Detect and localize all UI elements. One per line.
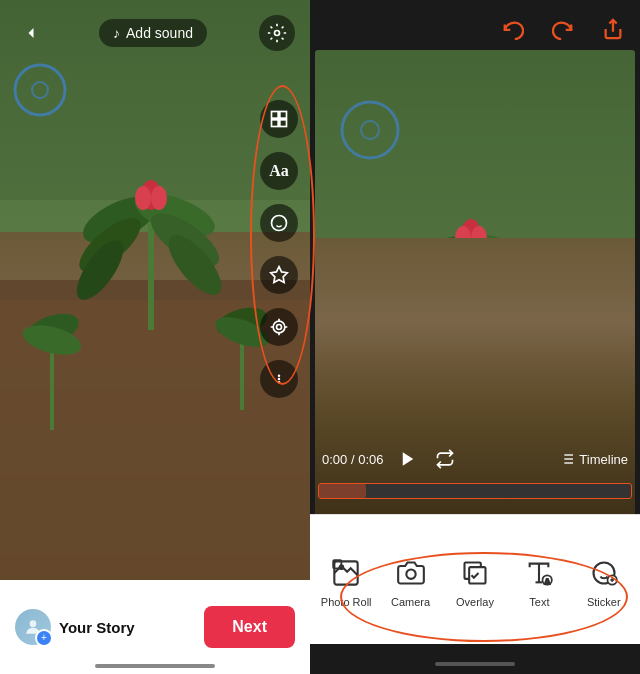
svg-rect-24: [272, 120, 279, 127]
effects-tool-button[interactable]: [260, 256, 298, 294]
text-item[interactable]: A Text: [513, 555, 565, 608]
svg-rect-25: [280, 120, 287, 127]
time-current: 0:00 / 0:06: [322, 452, 384, 467]
right-panel: Jo Roll 0:00 / 0:06: [310, 0, 640, 674]
more-tools-button[interactable]: [260, 360, 298, 398]
redo-button[interactable]: [546, 12, 580, 46]
photo-roll-item[interactable]: Photo Roll: [320, 555, 372, 608]
photo-roll-label: Photo Roll: [321, 596, 372, 608]
svg-point-21: [274, 31, 279, 36]
svg-text:A: A: [545, 578, 550, 585]
share-button[interactable]: [596, 12, 630, 46]
settings-button[interactable]: [259, 15, 295, 51]
svg-point-12: [151, 186, 167, 210]
timeline-progress: [319, 484, 366, 498]
bottom-bar-left: + Your Story Next: [0, 580, 310, 674]
svg-point-42: [464, 246, 550, 319]
timeline-controls: 0:00 / 0:06: [318, 439, 632, 479]
svg-point-29: [277, 325, 282, 330]
svg-point-30: [278, 374, 281, 377]
svg-point-47: [471, 226, 487, 250]
add-sound-button[interactable]: ♪ Add sound: [99, 19, 207, 47]
timeline-label: Timeline: [579, 452, 628, 467]
sticker-icon-wrap: [586, 555, 622, 591]
svg-point-51: [341, 343, 403, 387]
photo-roll-icon-wrap: [328, 555, 364, 591]
your-story-button[interactable]: + Your Story: [15, 609, 135, 645]
svg-rect-13: [50, 350, 54, 430]
right-toolbar: Aa: [260, 100, 298, 398]
next-button[interactable]: Next: [204, 606, 295, 648]
sticker-item[interactable]: Sticker: [578, 555, 630, 608]
home-indicator-right: [435, 662, 515, 666]
text-icon-wrap: A: [521, 555, 557, 591]
svg-point-41: [388, 251, 467, 324]
story-avatar: +: [15, 609, 51, 645]
back-button[interactable]: [15, 17, 47, 49]
text-tool-button[interactable]: Aa: [260, 152, 298, 190]
play-button[interactable]: [394, 445, 422, 473]
svg-point-64: [406, 570, 415, 579]
svg-point-32: [278, 381, 281, 384]
top-bar-left: ♪ Add sound: [0, 15, 310, 51]
bottom-toolbar-right: Photo Roll Camera: [310, 514, 640, 644]
svg-point-46: [455, 226, 471, 250]
camera-label: Camera: [391, 596, 430, 608]
undo-button[interactable]: [496, 12, 530, 46]
svg-marker-54: [402, 452, 413, 466]
layout-tool-button[interactable]: [260, 100, 298, 138]
right-top-bar: [496, 12, 630, 46]
svg-rect-23: [280, 112, 287, 119]
jo-roll-name: Jo Roll: [583, 514, 620, 526]
svg-point-28: [273, 321, 285, 333]
svg-point-53: [537, 342, 593, 379]
svg-rect-35: [315, 50, 635, 240]
svg-point-33: [30, 620, 37, 627]
loop-button[interactable]: [432, 446, 458, 472]
svg-point-44: [479, 269, 551, 347]
text-label: Text: [529, 596, 549, 608]
overlay-label: Overlay: [456, 596, 494, 608]
left-panel: ♪ Add sound Aa: [0, 0, 310, 674]
camera-item[interactable]: Camera: [385, 555, 437, 608]
svg-rect-52: [563, 375, 567, 445]
your-story-label: Your Story: [59, 619, 135, 636]
add-sound-label: Add sound: [126, 25, 193, 41]
sticker-label: Sticker: [587, 596, 621, 608]
camera-icon-wrap: [393, 555, 429, 591]
overlay-icon-wrap: [457, 555, 493, 591]
svg-marker-27: [271, 267, 288, 283]
svg-point-26: [272, 216, 287, 231]
svg-point-31: [278, 378, 281, 381]
emoji-tool-button[interactable]: [260, 204, 298, 242]
music-icon: ♪: [113, 25, 120, 41]
svg-rect-16: [240, 340, 244, 410]
timeline-track[interactable]: [318, 483, 632, 499]
svg-rect-22: [272, 112, 279, 119]
svg-point-43: [386, 274, 450, 349]
svg-rect-38: [468, 240, 474, 370]
overlay-item[interactable]: Overlay: [449, 555, 501, 608]
svg-point-11: [135, 186, 151, 210]
timeline-button[interactable]: Timeline: [559, 451, 628, 467]
retouch-tool-button[interactable]: [260, 308, 298, 346]
home-indicator-left: [95, 664, 215, 668]
toolbar-items: Photo Roll Camera: [310, 515, 640, 644]
